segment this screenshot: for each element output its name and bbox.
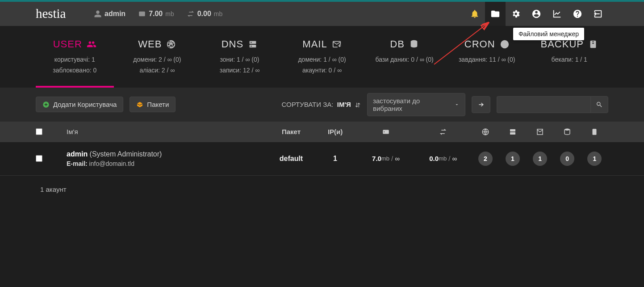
plus-circle-icon (42, 101, 50, 108)
mail-icon (332, 39, 342, 49)
user-row[interactable]: admin (System Administrator) E-mail: inf… (0, 142, 644, 176)
top-info-user[interactable]: admin (94, 10, 125, 18)
table-header: Ім'я Пакет IP(и) (0, 122, 644, 142)
col-db[interactable] (554, 128, 581, 136)
col-package[interactable]: Пакет (269, 128, 314, 135)
tab-user[interactable]: USER користувачі: 1 заблоковано: 0 (36, 36, 114, 87)
dns-icon (248, 39, 258, 49)
archive-icon (590, 128, 598, 136)
notifications-button[interactable] (464, 2, 485, 26)
col-bandwidth[interactable] (414, 128, 472, 136)
user-label: admin (105, 10, 125, 18)
tab-cron[interactable]: CRON завдання: 11 / ∞ (0) (448, 36, 526, 87)
row-mail-count: 1 (533, 152, 547, 166)
sort-toggle[interactable]: СОРТУВАТИ ЗА: ІМ'Я (282, 101, 361, 108)
svg-rect-12 (383, 130, 389, 134)
svg-rect-4 (250, 45, 256, 47)
row-web-count: 2 (478, 152, 493, 166)
row-ip: 1 (313, 155, 357, 163)
col-disk[interactable] (357, 128, 414, 136)
sort-icon (355, 102, 361, 108)
row-disk: 7.0mb/∞ (357, 155, 414, 162)
users-icon (87, 39, 96, 49)
toolbar: Додати Користувача Пакети СОРТУВАТИ ЗА: … (0, 88, 644, 122)
col-dns[interactable] (499, 128, 526, 136)
hdd-icon (382, 128, 390, 136)
search-button[interactable] (590, 96, 608, 113)
row-username: admin (67, 150, 88, 158)
svg-rect-3 (250, 41, 256, 44)
transfer-icon (187, 10, 195, 18)
tab-user-label: USER (53, 38, 82, 50)
tab-backup-label: BACKUP (541, 38, 584, 50)
row-checkbox[interactable] (36, 155, 42, 162)
exchange-icon (439, 128, 447, 136)
top-info-disk: 7.00 mb (138, 10, 174, 18)
settings-button[interactable] (506, 2, 526, 26)
disk-unit: mb (165, 10, 174, 17)
tab-web-label: WEB (138, 38, 162, 50)
file-manager-button[interactable] (485, 2, 506, 26)
tab-db[interactable]: DB бази даних: 0 / ∞ (0) (365, 36, 443, 87)
select-all-checkbox[interactable] (36, 128, 42, 135)
search-input[interactable] (497, 96, 590, 113)
svg-rect-15 (510, 129, 515, 131)
arrow-right-icon (477, 101, 485, 108)
tab-cron-label: CRON (464, 38, 495, 50)
globe-icon (481, 128, 489, 136)
svg-text:hestia: hestia (36, 6, 66, 21)
help-button[interactable] (567, 2, 588, 26)
svg-rect-9 (592, 42, 594, 42)
row-dns-count: 1 (506, 152, 520, 166)
top-bar: hestia admin 7.00 mb 0.00 mb (0, 2, 644, 26)
mail-icon (536, 128, 544, 136)
tab-mail[interactable]: MAIL домени: 1 / ∞ (0) акаунти: 0 / ∞ (283, 36, 361, 87)
col-name[interactable]: Ім'я (67, 128, 269, 135)
svg-rect-1 (139, 12, 145, 17)
stats-button[interactable] (547, 2, 567, 26)
bw-unit: mb (214, 10, 222, 17)
search-icon (596, 101, 603, 108)
col-backup[interactable] (581, 128, 608, 136)
database-icon (409, 39, 419, 49)
top-info-bw: 0.00 mb (187, 10, 223, 18)
dns-icon (509, 128, 517, 136)
bw-value: 0.00 (197, 10, 211, 18)
add-user-button[interactable]: Додати Користувача (36, 97, 123, 112)
row-package: default (269, 155, 314, 163)
row-db-count: 0 (560, 152, 574, 166)
user-icon (94, 10, 102, 18)
tab-backup[interactable]: BACKUP бекапи: 1 / 1 (530, 36, 608, 87)
account-button[interactable] (526, 2, 547, 26)
bulk-action-select[interactable]: застосувати до вибраних (367, 93, 465, 116)
svg-point-6 (251, 46, 251, 46)
svg-rect-10 (592, 43, 594, 44)
svg-rect-18 (593, 129, 597, 135)
row-role: (System Administrator) (90, 150, 162, 158)
row-email: info@domain.tld (89, 160, 134, 167)
col-mail[interactable] (527, 128, 554, 136)
disk-value: 7.00 (149, 10, 163, 18)
col-web[interactable] (472, 128, 499, 136)
tab-dns[interactable]: DNS зони: 1 / ∞ (0) записи: 12 / ∞ (201, 36, 279, 87)
logo[interactable]: hestia (36, 6, 81, 21)
svg-point-5 (251, 42, 251, 43)
logout-button[interactable] (588, 2, 608, 26)
row-bandwidth: 0.0mb/∞ (414, 155, 472, 162)
bulk-apply-button[interactable] (472, 96, 490, 113)
row-backup-count: 1 (587, 152, 602, 166)
packages-button[interactable]: Пакети (130, 97, 176, 112)
archive-icon (588, 39, 598, 49)
summary-text: 1 акаунт (0, 176, 644, 203)
tab-db-label: DB (390, 38, 405, 50)
tab-web[interactable]: WEB домени: 2 / ∞ (0) аліаси: 2 / ∞ (118, 36, 197, 87)
clock-icon (500, 39, 510, 49)
disk-icon (138, 10, 146, 18)
col-ip[interactable]: IP(и) (313, 128, 357, 135)
chevron-down-icon (454, 102, 460, 107)
svg-point-13 (384, 131, 385, 132)
globe-icon (166, 39, 176, 49)
database-icon (563, 128, 571, 136)
svg-rect-16 (510, 132, 515, 134)
box-icon (136, 101, 143, 108)
